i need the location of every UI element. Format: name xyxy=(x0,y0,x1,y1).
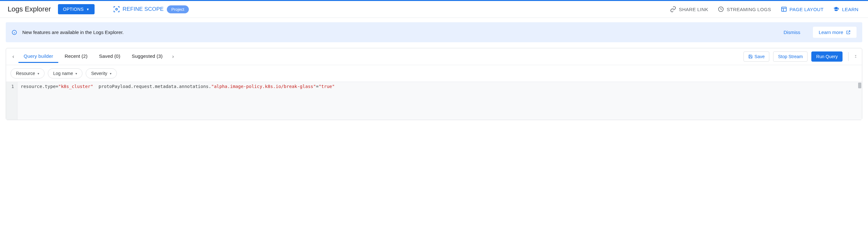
token-string: "k8s_cluster" xyxy=(58,84,93,89)
token-op: = xyxy=(56,84,58,89)
streaming-logs-button[interactable]: STREAMING LOGS xyxy=(716,5,773,14)
svg-rect-2 xyxy=(781,7,786,11)
chevron-down-icon: ▾ xyxy=(110,72,112,75)
filter-resource-label: Resource xyxy=(16,71,35,76)
banner-text: New features are available in the Logs E… xyxy=(22,30,778,35)
expand-collapse-toggle[interactable]: ⌄ ⌃ xyxy=(854,53,859,60)
filter-log-name-label: Log name xyxy=(53,71,73,76)
filters-row: Resource ▾ Log name ▾ Severity ▾ xyxy=(6,65,862,82)
svg-point-0 xyxy=(116,8,118,10)
learn-more-button[interactable]: Learn more xyxy=(813,27,857,38)
token-key: protoPayload.request.metadata.annotation… xyxy=(98,84,211,89)
streaming-logs-label: STREAMING LOGS xyxy=(726,7,771,12)
learn-icon xyxy=(833,6,839,12)
tabs-scroll-left[interactable]: ‹ xyxy=(9,52,17,61)
refine-scope-label: REFINE SCOPE xyxy=(123,6,164,12)
chevron-up-icon: ⌃ xyxy=(854,56,857,60)
chevron-down-icon: ▼ xyxy=(86,8,90,11)
page-layout-button[interactable]: PAGE LAYOUT xyxy=(779,5,826,14)
scope-icon xyxy=(113,6,120,13)
chevron-down-icon: ▾ xyxy=(38,72,39,75)
learn-button[interactable]: LEARN xyxy=(831,5,860,14)
page-title: Logs Explorer xyxy=(8,5,51,13)
token-string: "true" xyxy=(319,84,335,89)
query-editor[interactable]: 1 resource.type="k8s_cluster" protoPaylo… xyxy=(6,82,862,120)
tab-recent[interactable]: Recent (2) xyxy=(60,50,93,63)
chevron-down-icon: ▾ xyxy=(75,72,77,75)
learn-label: LEARN xyxy=(842,7,859,12)
share-link-button[interactable]: SHARE LINK xyxy=(668,5,710,14)
token-key: resource.type xyxy=(21,84,56,89)
tab-saved[interactable]: Saved (0) xyxy=(94,50,125,63)
dismiss-button[interactable]: Dismiss xyxy=(784,30,801,35)
page-layout-label: PAGE LAYOUT xyxy=(790,7,824,12)
query-panel: ‹ Query builder Recent (2) Saved (0) Sug… xyxy=(6,48,862,120)
info-banner: New features are available in the Logs E… xyxy=(6,22,862,42)
tab-suggested[interactable]: Suggested (3) xyxy=(127,50,168,63)
line-number: 1 xyxy=(6,84,14,89)
top-toolbar: Logs Explorer OPTIONS ▼ REFINE SCOPE Pro… xyxy=(0,1,868,18)
tab-query-builder[interactable]: Query builder xyxy=(19,50,58,63)
external-link-icon xyxy=(846,30,851,35)
line-gutter: 1 xyxy=(6,82,18,120)
link-icon xyxy=(670,6,676,12)
save-label: Save xyxy=(755,54,765,59)
filter-severity[interactable]: Severity ▾ xyxy=(86,68,117,78)
scrollbar-thumb[interactable] xyxy=(858,83,861,88)
clock-icon xyxy=(718,6,724,12)
refine-scope-group: REFINE SCOPE Project xyxy=(113,5,188,13)
learn-more-label: Learn more xyxy=(819,30,843,35)
save-button[interactable]: Save xyxy=(744,51,770,62)
info-icon xyxy=(11,30,17,35)
token-string: "alpha.image-policy.k8s.io/break-glass" xyxy=(211,84,316,89)
layout-icon xyxy=(781,6,787,12)
token-op: = xyxy=(316,84,318,89)
options-label: OPTIONS xyxy=(63,7,84,12)
tabs-row: ‹ Query builder Recent (2) Saved (0) Sug… xyxy=(6,48,862,65)
refine-scope-button[interactable]: REFINE SCOPE xyxy=(113,6,164,13)
scope-pill[interactable]: Project xyxy=(167,5,188,13)
share-link-label: SHARE LINK xyxy=(679,7,708,12)
filter-resource[interactable]: Resource ▾ xyxy=(10,68,44,78)
filter-severity-label: Severity xyxy=(91,71,107,76)
query-code[interactable]: resource.type="k8s_cluster" protoPayload… xyxy=(18,82,862,120)
options-button[interactable]: OPTIONS ▼ xyxy=(58,4,95,14)
filter-log-name[interactable]: Log name ▾ xyxy=(48,68,83,78)
tabs-scroll-right[interactable]: › xyxy=(169,52,177,61)
run-query-button[interactable]: Run Query xyxy=(811,51,842,62)
divider xyxy=(848,52,848,61)
save-icon xyxy=(748,54,753,59)
token-space xyxy=(93,84,99,89)
stop-stream-button[interactable]: Stop Stream xyxy=(773,51,807,62)
